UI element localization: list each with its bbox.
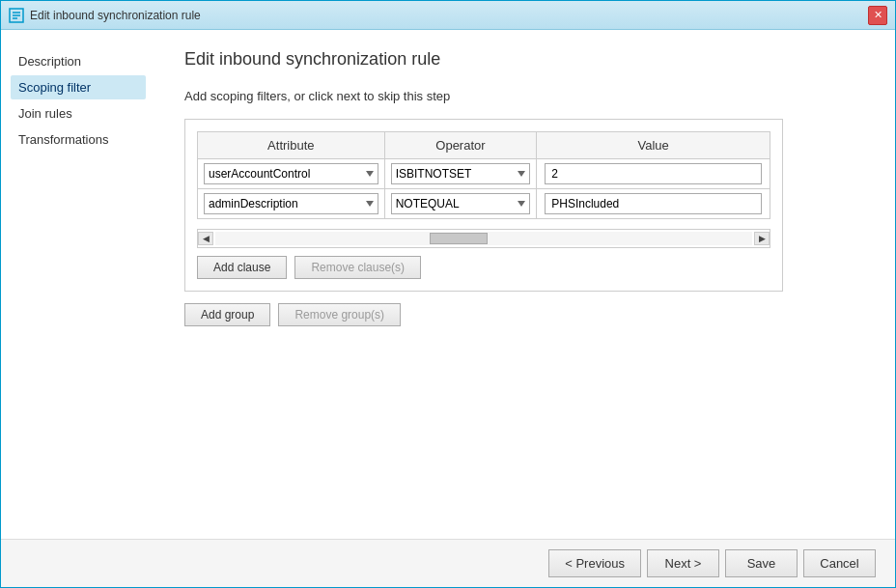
cancel-button[interactable]: Cancel [803,549,876,577]
page-title: Edit inbound synchronization rule [184,49,866,70]
title-bar-text: Edit inbound synchronization rule [30,9,201,22]
sidebar-item-description[interactable]: Description [11,49,146,73]
row2-attribute-select[interactable]: adminDescription [204,193,378,214]
sidebar: Description Scoping filter Join rules Tr… [1,30,155,539]
row1-attribute-select[interactable]: userAccountControl [204,163,378,184]
sidebar-item-scoping-filter[interactable]: Scoping filter [11,75,146,99]
row2-operator-select[interactable]: NOTEQUAL [391,193,531,214]
horizontal-scrollbar: ◀ ▶ [197,229,770,248]
save-button[interactable]: Save [725,549,798,577]
row1-operator-cell: ISBITNOTSET [384,159,537,189]
sidebar-item-join-rules[interactable]: Join rules [11,101,146,126]
previous-button[interactable]: < Previous [548,549,641,577]
clause-buttons: Add clause Remove clause(s) [197,256,770,279]
col-value: Value [537,132,770,159]
table-row: adminDescription NOTEQUAL [198,189,770,219]
col-operator: Operator [384,132,537,159]
col-attribute: Attribute [198,132,385,159]
content-area: Description Scoping filter Join rules Tr… [1,30,895,539]
scroll-track[interactable] [215,232,752,245]
filter-table: Attribute Operator Value userAccountCont… [197,131,770,219]
row1-value-cell [537,159,770,189]
main-content: Edit inbound synchronization rule Add sc… [155,30,895,539]
scroll-right-arrow[interactable]: ▶ [754,232,770,245]
scroll-thumb[interactable] [430,233,488,244]
table-row: userAccountControl ISBITNOTSET [198,159,770,189]
close-button[interactable]: ✕ [868,6,887,25]
bottom-bar: < Previous Next > Save Cancel [1,539,895,587]
group-buttons: Add group Remove group(s) [184,303,866,326]
row1-value-input[interactable] [545,163,762,184]
row2-value-input[interactable] [545,193,762,214]
row2-value-cell [537,189,770,219]
window-icon [9,8,24,23]
remove-clauses-button[interactable]: Remove clause(s) [294,256,421,279]
title-bar-left: Edit inbound synchronization rule [9,8,201,23]
add-clause-button[interactable]: Add clause [197,256,287,279]
scroll-left-arrow[interactable]: ◀ [198,232,213,245]
row1-attribute-cell: userAccountControl [198,159,385,189]
main-window: Edit inbound synchronization rule ✕ Desc… [0,0,896,588]
section-description: Add scoping filters, or click next to sk… [184,89,866,103]
row2-attribute-cell: adminDescription [198,189,385,219]
filter-table-container: Attribute Operator Value userAccountCont… [184,119,783,292]
sidebar-item-transformations[interactable]: Transformations [11,127,146,152]
row2-operator-cell: NOTEQUAL [384,189,537,219]
row1-operator-select[interactable]: ISBITNOTSET [391,163,531,184]
next-button[interactable]: Next > [647,549,719,577]
title-bar: Edit inbound synchronization rule ✕ [1,1,895,30]
remove-groups-button[interactable]: Remove group(s) [278,303,401,326]
add-group-button[interactable]: Add group [184,303,270,326]
